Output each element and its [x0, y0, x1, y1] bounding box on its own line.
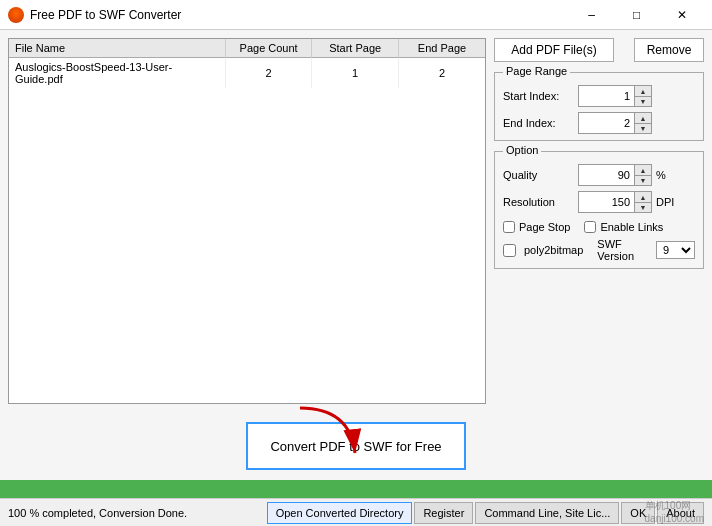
enablelinks-checkbox[interactable] [584, 221, 596, 233]
resolution-row: Resolution ▲ ▼ DPI [503, 191, 695, 213]
enablelinks-label: Enable Links [600, 221, 663, 233]
end-index-spinner[interactable]: ▲ ▼ [578, 112, 652, 134]
options-label: Option [503, 144, 541, 156]
pagestop-row: Page Stop Enable Links [503, 221, 695, 233]
resolution-input[interactable] [579, 195, 634, 209]
swf-version-label: SWF Version [597, 238, 648, 262]
poly-swf-row: poly2bitmap SWF Version 6 7 8 9 10 11 12 [503, 238, 695, 262]
resolution-label: Resolution [503, 196, 578, 208]
swf-version-select[interactable]: 6 7 8 9 10 11 12 [656, 241, 695, 259]
end-index-up[interactable]: ▲ [635, 113, 651, 123]
start-index-spinner[interactable]: ▲ ▼ [578, 85, 652, 107]
app-icon [8, 7, 24, 23]
page-range-label: Page Range [503, 65, 570, 77]
status-text: 100 % completed, Conversion Done. [8, 507, 265, 519]
quality-spinbuttons: ▲ ▼ [634, 165, 651, 185]
status-bar: 100 % completed, Conversion Done. Open C… [0, 498, 712, 526]
start-index-label: Start Index: [503, 90, 578, 102]
resolution-down[interactable]: ▼ [635, 202, 651, 212]
resolution-spinbuttons: ▲ ▼ [634, 192, 651, 212]
end-index-down[interactable]: ▼ [635, 123, 651, 133]
window-controls: – □ ✕ [569, 0, 704, 30]
register-button[interactable]: Register [414, 502, 473, 524]
end-index-row: End Index: ▲ ▼ [503, 112, 695, 134]
cell-filename: Auslogics-BoostSpeed-13-User-Guide.pdf [9, 58, 225, 89]
close-button[interactable]: ✕ [659, 0, 704, 30]
end-index-spinbuttons: ▲ ▼ [634, 113, 651, 133]
table-header-row: File Name Page Count Start Page End Page [9, 39, 485, 58]
pagestop-checkbox[interactable] [503, 221, 515, 233]
add-pdf-button[interactable]: Add PDF File(s) [494, 38, 614, 62]
checkbox-rows: Page Stop Enable Links poly2bitmap SWF V… [503, 221, 695, 262]
file-table-panel: File Name Page Count Start Page End Page… [8, 38, 486, 404]
page-range-group: Page Range Start Index: ▲ ▼ End Index: [494, 72, 704, 141]
quality-spinner[interactable]: ▲ ▼ [578, 164, 652, 186]
main-window: File Name Page Count Start Page End Page… [0, 30, 712, 526]
resolution-spinner[interactable]: ▲ ▼ [578, 191, 652, 213]
poly2bitmap-label: poly2bitmap [524, 244, 583, 256]
progress-bar [0, 480, 712, 498]
top-buttons: Add PDF File(s) Remove [494, 38, 704, 62]
quality-input[interactable] [579, 168, 634, 182]
start-index-down[interactable]: ▼ [635, 96, 651, 106]
about-button[interactable]: About [657, 502, 704, 524]
col-header-startpage: Start Page [312, 39, 399, 58]
end-index-input[interactable] [579, 116, 634, 130]
right-panel: Add PDF File(s) Remove Page Range Start … [494, 38, 704, 404]
start-index-row: Start Index: ▲ ▼ [503, 85, 695, 107]
start-index-spinbuttons: ▲ ▼ [634, 86, 651, 106]
cell-pagecount: 2 [225, 58, 312, 89]
quality-row: Quality ▲ ▼ % [503, 164, 695, 186]
convert-area: Convert PDF to SWF for Free [0, 412, 712, 480]
quality-label: Quality [503, 169, 578, 181]
cell-startpage: 1 [312, 58, 399, 89]
maximize-button[interactable]: □ [614, 0, 659, 30]
pagestop-label: Page Stop [519, 221, 570, 233]
open-dir-button[interactable]: Open Converted Directory [267, 502, 413, 524]
ok-button[interactable]: OK [621, 502, 655, 524]
resolution-up[interactable]: ▲ [635, 192, 651, 202]
minimize-button[interactable]: – [569, 0, 614, 30]
poly2bitmap-checkbox[interactable] [503, 244, 516, 257]
content-area: File Name Page Count Start Page End Page… [0, 30, 712, 412]
convert-button[interactable]: Convert PDF to SWF for Free [246, 422, 466, 470]
cell-endpage: 2 [398, 58, 485, 89]
command-line-button[interactable]: Command Line, Site Lic... [475, 502, 619, 524]
title-bar-text: Free PDF to SWF Converter [30, 8, 569, 22]
table-row[interactable]: Auslogics-BoostSpeed-13-User-Guide.pdf 2… [9, 58, 485, 89]
remove-button[interactable]: Remove [634, 38, 704, 62]
start-index-input[interactable] [579, 89, 634, 103]
col-header-endpage: End Page [398, 39, 485, 58]
quality-up[interactable]: ▲ [635, 165, 651, 175]
title-bar: Free PDF to SWF Converter – □ ✕ [0, 0, 712, 30]
col-header-filename: File Name [9, 39, 225, 58]
quality-down[interactable]: ▼ [635, 175, 651, 185]
start-index-up[interactable]: ▲ [635, 86, 651, 96]
file-table: File Name Page Count Start Page End Page… [9, 39, 485, 88]
quality-unit: % [656, 169, 666, 181]
status-buttons: Open Converted Directory Register Comman… [265, 502, 704, 524]
resolution-unit: DPI [656, 196, 674, 208]
end-index-label: End Index: [503, 117, 578, 129]
col-header-pagecount: Page Count [225, 39, 312, 58]
options-group: Option Quality ▲ ▼ % Resolution [494, 151, 704, 269]
